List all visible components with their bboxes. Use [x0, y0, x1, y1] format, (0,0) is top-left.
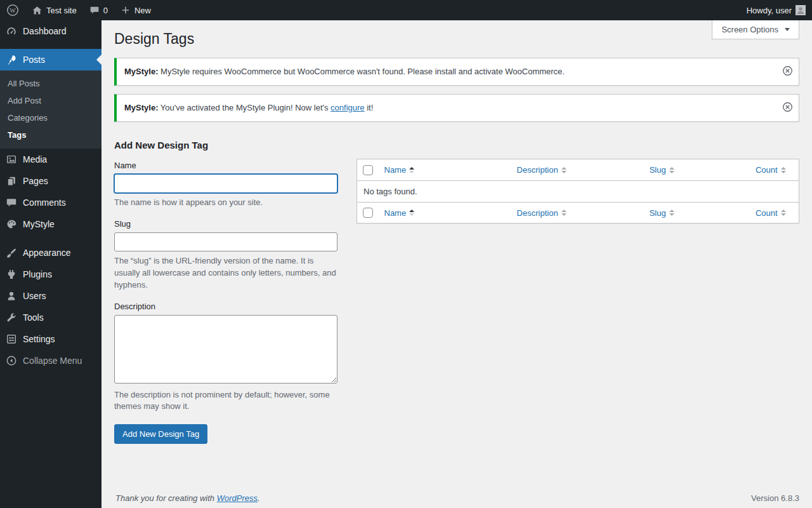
sort-by-name-header[interactable]: Name	[384, 165, 415, 175]
sidebar-item-comments[interactable]: Comments	[0, 192, 102, 213]
sort-by-name-footer[interactable]: Name	[384, 208, 415, 218]
sort-by-description-header[interactable]: Description	[517, 165, 566, 175]
empty-row: No tags found.	[357, 180, 799, 202]
admin-bar: W Test site 0 New Howdy, user	[0, 0, 812, 20]
media-icon	[5, 153, 18, 166]
comments-menu[interactable]: 0	[83, 0, 114, 20]
sidebar-item-plugins[interactable]: Plugins	[0, 264, 102, 285]
comments-icon	[5, 196, 18, 209]
sort-by-description-footer[interactable]: Description	[517, 208, 566, 218]
svg-text:W: W	[10, 7, 16, 14]
sort-indicator-icon	[781, 210, 786, 216]
screen-options-label: Screen Options	[721, 25, 778, 34]
admin-footer: Thank you for creating with WordPress. V…	[115, 493, 799, 503]
add-new-design-tag-button[interactable]: Add New Design Tag	[114, 424, 207, 444]
sidebar-label-appearance: Appearance	[23, 248, 71, 258]
add-tag-form: Add New Design Tag Name The name is how …	[114, 126, 337, 444]
mystyle-icon	[5, 218, 18, 231]
sort-by-count-footer[interactable]: Count	[756, 208, 786, 218]
wordpress-link[interactable]: WordPress	[217, 493, 258, 503]
wordpress-logo-menu[interactable]: W	[0, 0, 25, 20]
pages-icon	[5, 175, 18, 187]
sidebar-label-comments: Comments	[23, 197, 66, 208]
submenu-item-tags[interactable]: Tags	[0, 126, 102, 144]
screen-options-button[interactable]: Screen Options	[712, 20, 799, 39]
tags-table: Name Description Slug	[357, 159, 799, 224]
notice-text: MyStyle requires WooCommerce but WooComm…	[160, 67, 565, 76]
version-text: Version 6.8.3	[751, 493, 799, 503]
sidebar-item-dashboard[interactable]: Dashboard	[0, 20, 102, 42]
configure-link[interactable]: configure	[331, 103, 364, 112]
site-name-label: Test site	[46, 6, 77, 15]
new-content-menu[interactable]: New	[114, 0, 157, 20]
collapse-arrow-icon	[5, 354, 18, 367]
slug-help-text: The “slug” is the URL-friendly version o…	[114, 255, 337, 291]
sidebar-item-users[interactable]: Users	[0, 285, 102, 307]
sidebar-item-posts[interactable]: Posts	[0, 49, 102, 70]
select-all-checkbox[interactable]	[363, 165, 373, 175]
comments-count: 0	[103, 6, 108, 15]
site-name-menu[interactable]: Test site	[25, 0, 83, 20]
sort-indicator-icon	[409, 210, 414, 216]
sort-indicator-icon	[409, 167, 414, 173]
dismiss-notice-button[interactable]	[782, 102, 793, 114]
plus-icon	[121, 5, 131, 15]
notice-text-after: it!	[367, 103, 373, 112]
sidebar-item-settings[interactable]: Settings	[0, 328, 102, 350]
collapse-menu-button[interactable]: Collapse Menu	[0, 350, 102, 371]
tags-table-panel: Name Description Slug	[357, 159, 799, 224]
sidebar-label-plugins: Plugins	[23, 269, 52, 279]
sidebar-label-settings: Settings	[23, 334, 55, 344]
main-content: Screen Options Design Tags MyStyle: MySt…	[102, 20, 812, 508]
sidebar-item-mystyle[interactable]: MyStyle	[0, 213, 102, 235]
new-label: New	[134, 6, 151, 15]
notice-text-before: You've activated the MyStyle Plugin! Now…	[160, 103, 329, 112]
notice-prefix: MyStyle:	[124, 67, 158, 76]
sidebar-item-appearance[interactable]: Appearance	[0, 242, 102, 264]
submenu-item-categories[interactable]: Categories	[0, 109, 102, 126]
admin-sidebar: Dashboard Posts All Posts Add Post Categ…	[0, 20, 102, 508]
sort-by-count-header[interactable]: Count	[756, 165, 786, 175]
appearance-brush-icon	[5, 246, 18, 259]
sort-indicator-icon	[561, 167, 566, 173]
tools-wrench-icon	[5, 311, 18, 324]
slug-input[interactable]	[114, 232, 337, 251]
submenu-item-all-posts[interactable]: All Posts	[0, 75, 102, 92]
collapse-menu-label: Collapse Menu	[23, 356, 82, 366]
sidebar-label-users: Users	[23, 291, 46, 301]
chevron-down-icon	[785, 28, 790, 31]
sidebar-label-mystyle: MyStyle	[23, 219, 55, 229]
name-input[interactable]	[114, 174, 337, 193]
dismiss-notice-button[interactable]	[782, 65, 793, 78]
sort-indicator-icon	[669, 167, 674, 173]
description-textarea[interactable]	[114, 315, 337, 384]
select-all-checkbox[interactable]	[363, 208, 373, 218]
sidebar-label-media: Media	[23, 154, 47, 164]
menu-separator	[0, 42, 102, 49]
posts-pin-icon	[5, 53, 18, 66]
user-avatar	[796, 5, 806, 15]
sidebar-item-tools[interactable]: Tools	[0, 307, 102, 328]
settings-icon	[5, 333, 18, 345]
sidebar-label-dashboard: Dashboard	[23, 26, 67, 36]
sidebar-label-posts: Posts	[23, 55, 45, 65]
close-circle-icon	[782, 65, 793, 78]
sort-indicator-icon	[561, 210, 566, 216]
plugins-plug-icon	[5, 268, 18, 281]
submenu-item-add-post[interactable]: Add Post	[0, 92, 102, 109]
sidebar-item-media[interactable]: Media	[0, 149, 102, 170]
menu-separator	[0, 235, 102, 242]
no-tags-found-text: No tags found.	[357, 180, 799, 202]
comments-bubble-icon	[89, 5, 100, 15]
add-tag-heading: Add New Design Tag	[114, 140, 337, 150]
my-account-menu[interactable]: Howdy, user	[740, 0, 812, 20]
sidebar-item-pages[interactable]: Pages	[0, 170, 102, 192]
slug-label: Slug	[114, 219, 337, 229]
sidebar-label-pages: Pages	[23, 176, 48, 186]
sidebar-label-tools: Tools	[23, 312, 44, 323]
sort-by-slug-header[interactable]: Slug	[650, 165, 674, 175]
notice-activated: MyStyle: You've activated the MyStyle Pl…	[114, 94, 799, 122]
sort-by-slug-footer[interactable]: Slug	[650, 208, 674, 218]
page-title: Design Tags	[114, 20, 799, 51]
footer-thanks: Thank you for creating with WordPress.	[115, 493, 260, 503]
